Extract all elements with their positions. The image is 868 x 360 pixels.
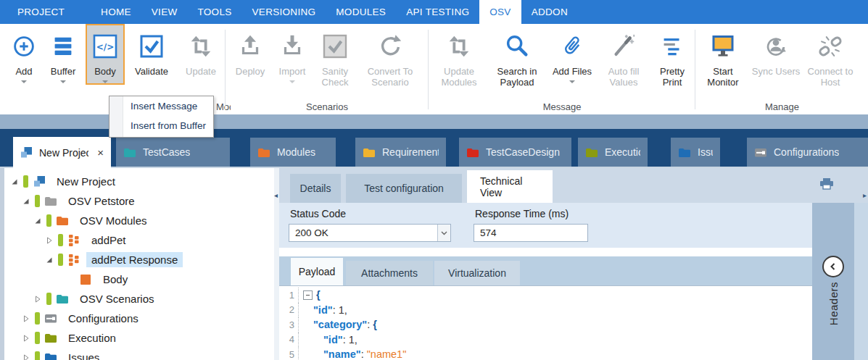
import-download-icon [278, 27, 306, 66]
svg-text:</>: </> [96, 42, 115, 52]
plug-icon [44, 313, 57, 324]
workspace-tab-testcases[interactable]: TestCases [116, 138, 230, 167]
workspace-tab-configurations[interactable]: Configurations [747, 138, 868, 167]
editor-line-content: { [299, 289, 321, 301]
expander-collapsed-icon[interactable] [33, 296, 41, 303]
ribbon-button-update-modules[interactable]: Update Modules [434, 25, 484, 88]
headers-tab-label: Headers [827, 282, 840, 325]
workspace-tab-modules[interactable]: Modules [250, 138, 336, 167]
ribbon-button-update[interactable]: Update [178, 25, 223, 77]
broken-link-icon [817, 27, 844, 66]
expander-collapsed-icon[interactable] [22, 315, 30, 322]
tree-item-osv-scenarios[interactable]: OSV Scenarios [4, 289, 274, 309]
expander-expanded-icon[interactable] [10, 178, 18, 185]
json-key: "id" [323, 334, 343, 346]
tree-item-addpet-response[interactable]: addPet Response [4, 250, 274, 269]
json-plain: : [367, 319, 373, 330]
menu-tab-osv[interactable]: OSV [479, 0, 521, 24]
ribbon-button-sync-users[interactable]: Sync Users [750, 25, 802, 77]
menu-tab-addon[interactable]: ADDON [521, 0, 578, 24]
workspace-tab-new-project[interactable]: New Project× [13, 137, 111, 168]
payload-json-editor[interactable]: 1{2"id": 1,3"category": {4"id": 1,5"name… [279, 285, 812, 360]
menu-tab-api-testing[interactable]: API TESTING [396, 0, 479, 24]
green-bar-icon [35, 195, 40, 207]
response-time-input[interactable]: 574 [474, 224, 588, 242]
tree-item-body[interactable]: Body [4, 269, 274, 289]
menu-item-insert-message[interactable]: Insert Message [109, 96, 213, 116]
ribbon-button-label: Add [15, 66, 32, 77]
ribbon-button-validate[interactable]: Validate [129, 25, 174, 77]
scroll-right-icon[interactable]: ▸ [863, 191, 867, 199]
green-bar-icon [58, 234, 63, 246]
json-plain: 1, [339, 304, 347, 316]
payload-tab-virtualization[interactable]: Virtualization [434, 261, 520, 285]
workspace-tab-issues[interactable]: Issues [671, 138, 720, 167]
tree-item-new-project[interactable]: New Project [4, 172, 274, 191]
workspace-tab-testcasedesign[interactable]: TestCaseDesign [459, 138, 571, 167]
menu-tab-project[interactable]: PROJECT [7, 0, 75, 24]
ribbon-button-buffer[interactable]: Buffer [45, 25, 81, 83]
json-key: "category" [313, 319, 367, 330]
ribbon-button-body[interactable]: </>Body [86, 24, 125, 85]
ribbon-button-pretty-print[interactable]: Pretty Print [653, 25, 692, 88]
ribbon-button-add-files[interactable]: Add Files [550, 25, 595, 83]
menu-tab-home[interactable]: HOME [91, 0, 141, 24]
chevron-down-icon [289, 80, 295, 83]
tree-item-issues[interactable]: Issues [4, 348, 274, 360]
menu-tab-versioning[interactable]: VERSIONING [242, 0, 326, 24]
body-dropdown-menu: Insert MessageInsert from Buffer [109, 96, 214, 138]
tree-item-execution[interactable]: Execution [4, 328, 274, 348]
details-tab-test-configuration[interactable]: Test configuration [346, 174, 462, 203]
menu-item-insert-from-buffer[interactable]: Insert from Buffer [109, 116, 213, 135]
tree-item-addpet[interactable]: addPet [4, 230, 274, 250]
chevron-down-icon[interactable] [437, 225, 450, 241]
close-icon[interactable]: × [97, 148, 104, 158]
expander-collapsed-icon[interactable] [22, 354, 30, 360]
details-tab-details[interactable]: Details [290, 174, 341, 203]
payload-tab-attachments[interactable]: Attachments [346, 261, 433, 285]
headers-side-tab[interactable]: Headers [812, 203, 854, 360]
workspace-tab-label: Issues [698, 146, 713, 158]
workspace-tab-label: TestCaseDesign [486, 146, 560, 158]
expander-expanded-icon[interactable] [45, 256, 53, 264]
expander-collapsed-icon[interactable] [45, 237, 53, 244]
folder-icon [56, 215, 69, 226]
tree-item-osv-modules[interactable]: OSV Modules [4, 211, 274, 230]
workspace-tab-execution[interactable]: Execution [578, 138, 648, 167]
chevron-down-icon [569, 80, 575, 83]
panel-divider[interactable]: ◂ [274, 168, 279, 360]
expander-collapsed-icon[interactable] [22, 335, 30, 342]
menu-tab-modules[interactable]: MODULES [326, 0, 396, 24]
workspace-tab-label: Configurations [774, 146, 839, 158]
scroll-left-icon[interactable]: ◂ [274, 191, 278, 199]
group-separator [225, 30, 226, 109]
expander-expanded-icon[interactable] [22, 198, 30, 205]
tree-item-osv-petstore[interactable]: OSV Petstore [4, 191, 274, 211]
expander-expanded-icon[interactable] [33, 217, 41, 225]
ribbon-button-search-in-payload[interactable]: Search in Payload [489, 25, 545, 88]
ribbon-button-auto-fill-values[interactable]: Auto fill Values [599, 25, 648, 88]
status-code-select[interactable]: 200 OK [289, 224, 451, 242]
menu-tab-tools[interactable]: TOOLS [188, 0, 242, 24]
workspace-tab-label: TestCases [143, 146, 190, 158]
add-icon [10, 27, 38, 66]
print-icon[interactable] [819, 177, 835, 193]
details-tab-technical-view[interactable]: Technical View [467, 170, 553, 203]
deploy-upload-icon [236, 27, 264, 66]
collapse-minus-icon[interactable] [303, 290, 313, 300]
ribbon-button-sanity-check[interactable]: Sanity Check [315, 25, 355, 88]
ribbon-button-connect-to-host[interactable]: Connect to Host [806, 25, 854, 88]
workspace-tab-requirements[interactable]: Requirements [355, 138, 446, 167]
json-key: "id" [313, 304, 333, 316]
module-icon [67, 234, 80, 247]
ribbon-button-add[interactable]: Add [7, 25, 41, 83]
payload-tab-payload[interactable]: Payload [291, 258, 343, 285]
ribbon-button-import[interactable]: Import [274, 25, 310, 83]
tree-item-configurations[interactable]: Configurations [4, 309, 274, 328]
right-edge-column [854, 203, 868, 360]
chevron-left-circle-icon[interactable] [822, 256, 844, 277]
menu-tab-view[interactable]: VIEW [141, 0, 188, 24]
ribbon-button-start-monitor[interactable]: Start Monitor [700, 25, 745, 88]
ribbon-button-deploy[interactable]: Deploy [231, 25, 270, 77]
ribbon-button-convert-to-scenario[interactable]: Convert To Scenario [360, 25, 421, 88]
